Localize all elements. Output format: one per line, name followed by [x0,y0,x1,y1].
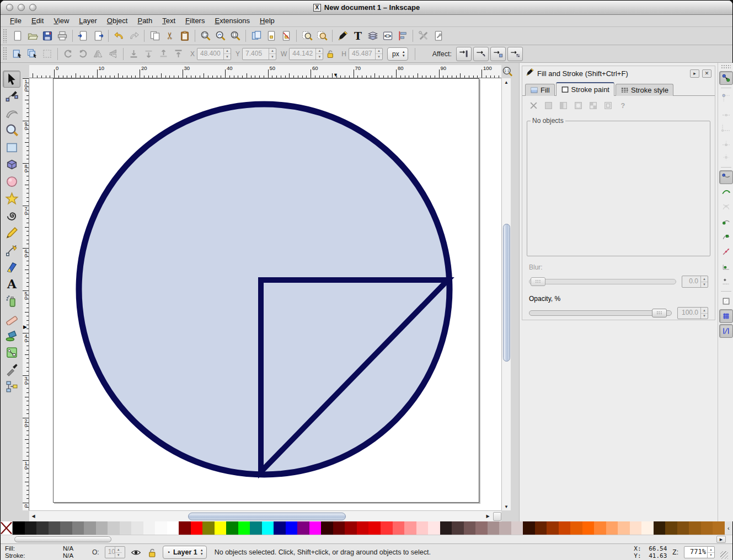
color-swatch[interactable] [547,521,559,535]
tool-eraser[interactable] [3,310,20,327]
affect-patterns-toggle[interactable] [507,47,523,61]
align-dialog-button[interactable] [395,29,410,44]
tool-connector[interactable] [3,378,20,395]
color-swatch[interactable] [36,521,49,535]
palette-scroll-thumb[interactable] [14,536,111,542]
color-swatch[interactable] [641,521,654,535]
document-properties-button[interactable] [431,29,446,44]
dialog-header[interactable]: Fill and Stroke (Shift+Ctrl+F) ▸ ✕ [522,66,715,80]
color-swatch[interactable] [333,521,345,535]
color-swatch[interactable] [393,521,405,535]
horizontal-ruler[interactable]: ▼ 0102030405060708090100 [29,65,501,78]
color-swatch[interactable] [475,521,488,535]
color-swatch[interactable] [49,521,61,535]
affect-stroke-toggle[interactable] [456,47,472,61]
toolbar-grip[interactable] [3,47,8,61]
fill-stroke-dialog-button[interactable] [335,29,350,44]
color-swatch[interactable] [713,521,725,535]
snap-grids-button[interactable] [719,309,733,323]
color-swatch[interactable] [297,521,309,535]
w-spinbox[interactable]: 44.142▲▼ [289,48,323,60]
color-swatch[interactable] [155,521,167,535]
y-spinbox[interactable]: 7.405▲▼ [242,48,276,60]
color-swatch[interactable] [13,521,25,535]
no-color-swatch[interactable] [1,521,13,535]
paint-flat-color-button[interactable] [544,101,553,110]
affect-gradients-toggle[interactable] [490,47,506,61]
menu-filters[interactable]: Filters [180,15,210,26]
select-all-layers-button[interactable] [25,46,40,61]
window-resize-grip[interactable] [720,551,728,559]
color-swatch[interactable] [416,521,429,535]
lower-to-bottom-button[interactable] [126,46,141,61]
deselect-button[interactable] [40,46,55,61]
export-button[interactable] [90,29,105,44]
color-swatch[interactable] [215,521,227,535]
vertical-ruler[interactable]: ▶ 1009080706050403020100 [23,78,29,510]
cut-button[interactable]: ✂ [162,29,177,44]
duplicate-button[interactable] [249,29,264,44]
tool-pencil[interactable] [3,224,20,241]
raise-button[interactable] [156,46,171,61]
color-swatch[interactable] [202,521,215,535]
snap-bbox-corners-button[interactable] [719,121,733,134]
opacity-spinbox[interactable]: 100.0 ▲▼ [677,307,708,319]
scroll-left-arrow[interactable]: ◀ [29,512,38,520]
minimize-window-button[interactable] [18,4,25,11]
snap-path-intersections-button[interactable] [719,200,733,214]
new-button[interactable] [10,29,25,44]
color-swatch[interactable] [499,521,511,535]
scroll-right-arrow[interactable]: ▶ [484,512,492,520]
tool-box-3d[interactable] [3,156,20,173]
save-button[interactable] [40,29,55,44]
xml-editor-button[interactable]: <> [380,29,395,44]
color-swatch[interactable] [84,521,96,535]
unlink-clone-button[interactable] [279,29,293,44]
color-swatch[interactable] [238,521,250,535]
color-swatch[interactable] [191,521,203,535]
color-swatch[interactable] [428,521,440,535]
paint-pattern-button[interactable] [588,101,598,110]
color-swatch[interactable] [677,521,689,535]
title-bar[interactable]: X New document 1 – Inkscape [1,1,732,15]
snap-bbox-button[interactable] [719,91,733,105]
preferences-button[interactable] [416,29,431,44]
color-swatch[interactable] [250,521,262,535]
snap-midpoints-button[interactable] [719,245,733,259]
scroll-up-arrow[interactable]: ▲ [502,78,511,86]
color-swatch[interactable] [368,521,381,535]
find-button[interactable] [299,29,314,44]
color-swatch[interactable] [179,521,191,535]
zoom-window-button[interactable] [29,4,36,11]
toolbar-grip[interactable] [721,64,731,69]
paint-radial-gradient-button[interactable] [574,101,583,110]
lower-button[interactable] [141,46,156,61]
snap-rotation-centers-button[interactable] [719,274,733,288]
zoom-drawing-button[interactable] [213,29,228,44]
color-swatch[interactable] [511,521,523,535]
lock-width-height-icon[interactable] [325,49,335,58]
color-swatch[interactable] [404,521,416,535]
rotate-ccw-button[interactable] [61,46,76,61]
color-swatch[interactable] [120,521,132,535]
layers-dialog-button[interactable] [365,29,380,44]
snap-paths-button[interactable] [719,185,733,199]
affect-corners-toggle[interactable] [473,47,489,61]
color-swatch[interactable] [96,521,108,535]
paint-swatch-button[interactable] [603,101,613,110]
tab-stroke-style[interactable]: Stroke style [616,84,673,96]
h-spinbox[interactable]: 45.487▲▼ [349,48,383,60]
color-swatch[interactable] [440,521,452,535]
dialog-detach-button[interactable]: ▸ [690,69,699,78]
menu-help[interactable]: Help [255,15,280,26]
toolbar-grip[interactable] [3,29,8,43]
vertical-scroll-thumb[interactable] [503,224,510,362]
scrollbar-corner-button[interactable] [493,512,501,521]
snap-bbox-centers-button[interactable] [719,150,733,164]
select-all-button[interactable] [10,46,25,61]
import-button[interactable] [76,29,90,44]
color-swatch[interactable] [143,521,156,535]
menu-view[interactable]: View [49,15,74,26]
palette-scrollbar[interactable]: ▶ [1,535,732,543]
color-swatch[interactable] [464,521,476,535]
